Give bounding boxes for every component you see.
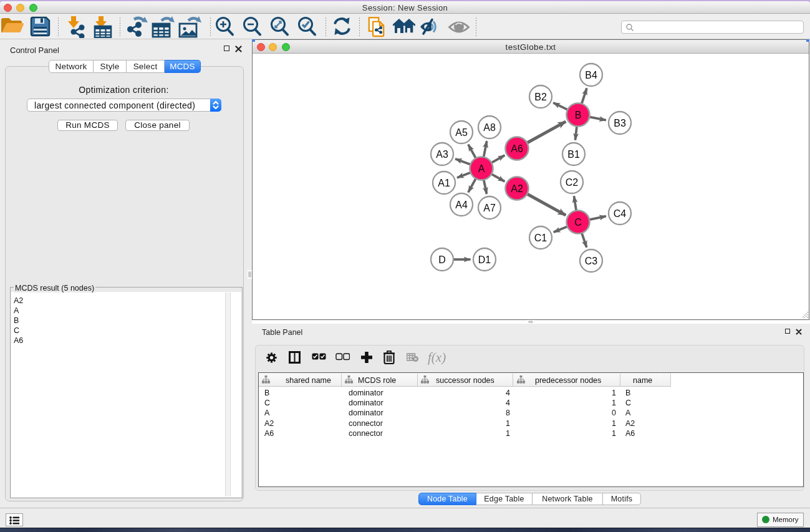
svg-text:B2: B2	[534, 92, 547, 102]
svg-text:A5: A5	[455, 127, 468, 138]
svg-text:A6: A6	[511, 143, 523, 154]
svg-text:A7: A7	[483, 203, 496, 213]
svg-text:C2: C2	[566, 177, 579, 188]
svg-text:A8: A8	[483, 122, 496, 133]
svg-text:D1: D1	[478, 254, 491, 265]
svg-text:B3: B3	[614, 118, 626, 128]
svg-text:A: A	[478, 163, 485, 174]
svg-text:C: C	[574, 217, 582, 228]
svg-text:B1: B1	[567, 149, 580, 160]
svg-text:A2: A2	[511, 183, 523, 194]
svg-text:B4: B4	[585, 70, 597, 80]
svg-text:A3: A3	[436, 149, 448, 160]
svg-text:D: D	[438, 254, 446, 265]
svg-text:B: B	[575, 110, 582, 120]
svg-text:A4: A4	[455, 200, 468, 210]
svg-text:A1: A1	[438, 178, 450, 188]
svg-text:C4: C4	[614, 208, 627, 219]
svg-text:C3: C3	[585, 256, 598, 266]
svg-text:C1: C1	[534, 233, 547, 243]
